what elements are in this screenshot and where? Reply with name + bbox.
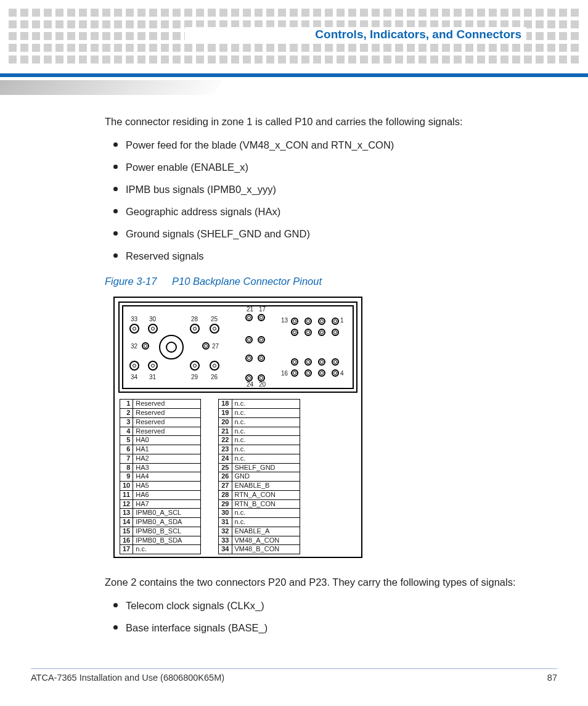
chapter-title: Controls, Indicators, and Connectors — [315, 28, 521, 41]
pin-signal: IPMB0_B_SDA — [133, 536, 201, 545]
pin-signal: n.c. — [232, 445, 300, 454]
pin-icon — [304, 329, 312, 336]
pin-signal: Reserved — [133, 417, 201, 427]
footer-page-number: 87 — [547, 673, 557, 683]
pin-signal: RTN_B_CON — [232, 499, 300, 509]
table-row: 32ENABLE_A — [219, 527, 300, 536]
table-row: 25SHELF_GND — [219, 463, 300, 472]
pin-number: 15 — [120, 527, 133, 536]
pin-icon — [245, 314, 253, 321]
pin-icon — [304, 369, 312, 377]
pin-number: 24 — [219, 454, 232, 463]
pin-signal: n.c. — [232, 400, 300, 409]
pin-signal: VM48_B_CON — [232, 545, 300, 554]
pin-signal: n.c. — [232, 454, 300, 463]
pin-icon — [245, 355, 253, 362]
table-row: 20n.c. — [219, 417, 300, 427]
pin-number: 13 — [120, 509, 133, 518]
pin-signal: RTN_A_CON — [232, 490, 300, 499]
table-row: 17n.c. — [120, 545, 201, 554]
pin-number: 19 — [219, 409, 232, 418]
list-item: Ground signals (SHELF_GND and GND) — [105, 227, 520, 242]
pin-number: 14 — [120, 518, 133, 527]
pin-label: 17 — [259, 305, 266, 314]
pin-number: 2 — [120, 409, 133, 418]
pin-icon — [291, 369, 298, 377]
pin-label: 34 — [131, 373, 137, 382]
table-row: 34VM48_B_CON — [219, 545, 300, 554]
header-blue-rule — [0, 73, 588, 77]
pin-signal: Reserved — [133, 400, 201, 409]
pin-number: 18 — [219, 400, 232, 409]
table-row: 15IPMB0_B_SCL — [120, 527, 201, 536]
pin-icon — [332, 318, 339, 325]
pin-icon — [318, 369, 325, 377]
pin-signal: Reserved — [133, 427, 201, 436]
zone1-intro-text: The connector residing in zone 1 is call… — [105, 115, 520, 129]
list-item: Telecom clock signals (CLKx_) — [105, 599, 520, 614]
pin-signal: n.c. — [232, 417, 300, 427]
table-row: 33VM48_A_CON — [219, 536, 300, 545]
pin-number: 12 — [120, 499, 133, 509]
pin-signal: GND — [232, 472, 300, 482]
list-item: Power enable (ENABLE_x) — [105, 160, 520, 175]
pin-signal: ENABLE_B — [232, 482, 300, 491]
pin-number: 6 — [120, 445, 133, 454]
pin-icon — [291, 358, 298, 366]
figure-caption: Figure 3-17 P10 Backplane Connector Pino… — [105, 274, 520, 289]
table-row: 5HA0 — [120, 436, 201, 445]
table-row: 12HA7 — [120, 499, 201, 509]
pin-label: 31 — [149, 373, 156, 382]
pin-number: 32 — [219, 527, 232, 536]
pin-icon — [332, 358, 339, 366]
pin-label: 26 — [211, 373, 218, 382]
table-row: 13IPMB0_A_SCL — [120, 509, 201, 518]
pin-icon — [202, 342, 210, 350]
pin-icon — [210, 361, 219, 371]
pin-number: 23 — [219, 445, 232, 454]
list-item: Geographic address signals (HAx) — [105, 205, 520, 220]
zone2-intro-text: Zone 2 contains the two connectors P20 a… — [105, 575, 520, 590]
connector-hub-icon — [159, 335, 184, 359]
pin-icon — [304, 358, 312, 366]
pin-label: 28 — [191, 315, 198, 324]
pin-label: 20 — [259, 380, 266, 390]
zone1-signal-list: Power feed for the blade (VM48_x_CON and… — [105, 138, 520, 264]
table-row: 10HA5 — [120, 482, 201, 491]
pin-signal: n.c. — [232, 427, 300, 436]
pin-signal: IPMB0_B_SCL — [133, 527, 201, 536]
header-grey-wedge — [0, 80, 222, 95]
chapter-title-container: Controls, Indicators, and Connectors — [185, 27, 526, 42]
pin-signal: IPMB0_A_SCL — [133, 509, 201, 518]
pin-label: 33 — [131, 315, 137, 324]
pinout-table-left: 1Reserved2Reserved3Reserved4Reserved5HA0… — [120, 399, 201, 554]
table-row: 18n.c. — [219, 400, 300, 409]
pin-number: 33 — [219, 536, 232, 545]
table-row: 31n.c. — [219, 518, 300, 527]
pin-number: 26 — [219, 472, 232, 482]
page-footer: ATCA-7365 Installation and Use (6806800K… — [31, 668, 557, 683]
pin-signal: HA7 — [133, 499, 201, 509]
pin-icon — [129, 361, 139, 371]
pin-signal: IPMB0_A_SDA — [133, 518, 201, 527]
list-item: Power feed for the blade (VM48_x_CON and… — [105, 138, 520, 153]
pin-icon — [129, 324, 139, 334]
footer-doc-title: ATCA-7365 Installation and Use (6806800K… — [31, 673, 224, 683]
pin-label: 21 — [247, 305, 253, 314]
pin-icon — [318, 329, 325, 336]
pin-number: 34 — [219, 545, 232, 554]
table-row: 21n.c. — [219, 427, 300, 436]
pin-signal: HA0 — [133, 436, 201, 445]
pin-number: 5 — [120, 436, 133, 445]
pin-number: 27 — [219, 482, 232, 491]
pin-number: 11 — [120, 490, 133, 499]
pin-signal: ENABLE_A — [232, 527, 300, 536]
pin-number: 3 — [120, 417, 133, 427]
pin-number: 16 — [120, 536, 133, 545]
pin-icon — [332, 329, 339, 336]
pin-number: 8 — [120, 463, 133, 472]
table-row: 16IPMB0_B_SDA — [120, 536, 201, 545]
pin-signal: n.c. — [232, 409, 300, 418]
figure-number: Figure 3-17 — [105, 276, 157, 287]
pin-icon — [304, 318, 312, 325]
